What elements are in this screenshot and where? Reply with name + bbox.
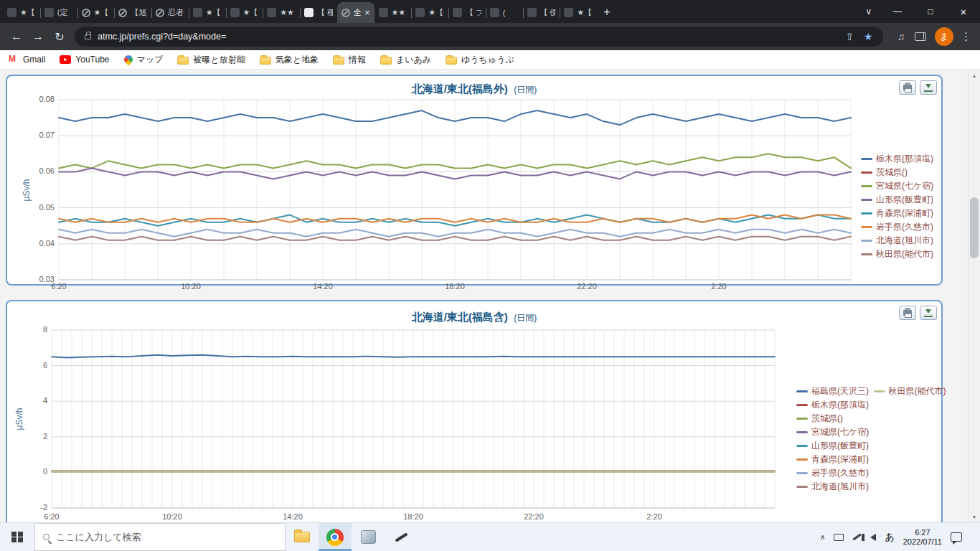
tab-favicon-dark-icon: [527, 8, 537, 17]
page-scrollbar[interactable]: ▲ ▼: [968, 70, 980, 522]
tab[interactable]: 忍者=: [151, 2, 189, 23]
reload-icon[interactable]: ↻: [49, 26, 70, 47]
tab-search-icon[interactable]: ∨: [857, 6, 881, 17]
legend-item[interactable]: 栃木県(那須塩): [796, 398, 870, 412]
url-text[interactable]: atmc.jp/prefs.cgi?d=day&mode=: [98, 32, 835, 42]
legend-label: 青森県(深浦町): [876, 207, 933, 220]
bookmark-item[interactable]: YouTube: [60, 55, 109, 65]
tab[interactable]: (: [486, 2, 523, 23]
legend-item[interactable]: 秋田県(能代市): [861, 248, 933, 261]
tab[interactable]: ★【: [3, 2, 40, 23]
taskbar-clock[interactable]: 6:27 2022/07/11: [903, 528, 942, 547]
tab[interactable]: (定: [40, 2, 77, 23]
bookmark-item[interactable]: 気象と地象: [260, 54, 319, 66]
tab[interactable]: ★【: [77, 2, 115, 23]
tab[interactable]: 【 種: [300, 2, 337, 23]
bookmark-item[interactable]: 情報: [333, 54, 366, 66]
legend-item[interactable]: 栃木県(那須塩): [861, 152, 933, 166]
back-icon[interactable]: ←: [6, 26, 27, 47]
print-button[interactable]: [899, 80, 916, 95]
legend-marker: [796, 445, 808, 447]
tab[interactable]: 【 便: [523, 2, 560, 23]
maps-icon: [122, 54, 134, 66]
chart-2-buttons: [899, 306, 937, 320]
side-panel-icon[interactable]: [915, 32, 926, 41]
legend-item[interactable]: 秋田県(能代市): [874, 385, 947, 398]
download-button[interactable]: [920, 306, 937, 320]
taskbar-explorer-button[interactable]: [286, 523, 319, 551]
legend-item[interactable]: 岩手県(久慈市): [796, 466, 870, 480]
tab-favicon-circle-icon: [341, 9, 350, 17]
x-tick-label: 2:20: [646, 512, 661, 521]
legend-item[interactable]: 岩手県(久慈市): [861, 220, 933, 234]
legend-item[interactable]: 山形県(飯豊町): [861, 193, 933, 207]
window-minimize-button[interactable]: —: [881, 0, 914, 23]
tab[interactable]: ★【: [560, 2, 597, 23]
legend-item[interactable]: 北海道(旭川市): [796, 480, 870, 494]
profile-avatar[interactable]: ま: [935, 27, 953, 46]
legend-item[interactable]: 福島県(天沢三): [796, 385, 870, 398]
legend-item[interactable]: 山形県(飯豊町): [796, 439, 870, 453]
tab[interactable]: ★【: [189, 2, 226, 23]
bookmark-item[interactable]: ゆうちゅうぶ: [446, 54, 514, 66]
bookmark-item[interactable]: マップ: [124, 54, 164, 66]
taskbar-app-button-3[interactable]: [352, 523, 385, 551]
taskbar-chrome-button[interactable]: [319, 523, 352, 551]
taskbar-search-input[interactable]: ここに入力して検索: [34, 523, 286, 551]
tab-favicon-dark-icon: [379, 8, 388, 17]
forward-icon[interactable]: →: [27, 26, 49, 47]
tab[interactable]: 【 フ: [448, 2, 486, 23]
legend-item[interactable]: 青森県(深浦町): [796, 453, 870, 466]
legend-item[interactable]: 北海道(旭川市): [861, 234, 933, 248]
window-close-button[interactable]: ×: [947, 0, 980, 23]
bookmark-item[interactable]: 被曝と放射能: [177, 54, 245, 66]
tab[interactable]: ★★【: [374, 2, 412, 23]
search-icon: [43, 534, 50, 540]
tray-display-icon[interactable]: [834, 534, 844, 541]
menu-icon[interactable]: ⋮: [961, 30, 971, 43]
start-button[interactable]: [0, 523, 34, 551]
tab[interactable]: ★【≡: [411, 2, 448, 23]
print-button[interactable]: [899, 306, 916, 320]
x-tick-label: 22:20: [524, 512, 544, 521]
scrollbar-down-arrow[interactable]: ▼: [969, 511, 980, 522]
new-tab-button[interactable]: +: [597, 2, 617, 22]
hidden-icons-chevron[interactable]: ∧: [820, 533, 825, 541]
taskbar-app-button-4[interactable]: [385, 523, 418, 551]
share-icon[interactable]: ⇧: [845, 31, 854, 42]
tray-pen-icon[interactable]: [853, 534, 862, 541]
download-button[interactable]: [920, 80, 937, 95]
action-center-icon[interactable]: [951, 532, 962, 542]
legend-item[interactable]: 宮城県(七ケ宿): [796, 425, 870, 439]
folder-icon: [446, 57, 457, 65]
bookmarks-bar: GmailYouTubeマップ被曝と放射能気象と地象情報まいあみゆうちゅうぶ: [0, 50, 980, 70]
chart-panel-1: 北海道/東北(福島外) (日間) μSv/h 0.080.070.060.050…: [6, 75, 943, 286]
tab[interactable]: 【旭]: [114, 2, 151, 23]
scrollbar-up-arrow[interactable]: ▲: [969, 70, 980, 81]
chart-subtitle-text: (日間): [514, 85, 537, 95]
x-tick-label: 6:20: [44, 512, 59, 521]
legend-label: 北海道(旭川市): [811, 481, 869, 493]
legend-item[interactable]: 青森県(深浦町): [861, 207, 933, 220]
tab-close-icon[interactable]: ×: [364, 8, 370, 17]
lock-icon[interactable]: [85, 34, 91, 39]
address-bar[interactable]: atmc.jp/prefs.cgi?d=day&mode= ⇧ ★: [75, 27, 883, 47]
tab-favicon-dark-icon: [44, 8, 54, 17]
chrome-icon: [326, 529, 344, 546]
scrollbar-thumb[interactable]: [970, 197, 979, 258]
bookmark-item[interactable]: Gmail: [9, 55, 45, 65]
window-maximize-button[interactable]: □: [914, 0, 947, 23]
legend-item[interactable]: 宮城県(七ケ宿): [861, 179, 933, 193]
legend-item[interactable]: 茨城県(): [796, 412, 870, 425]
bookmark-star-icon[interactable]: ★: [864, 31, 873, 42]
media-controls-icon[interactable]: ♫: [897, 31, 905, 42]
tab[interactable]: 全×: [337, 2, 374, 23]
ime-indicator[interactable]: あ: [885, 531, 894, 544]
tab[interactable]: ★★: [263, 2, 300, 23]
chart-1-title: 北海道/東北(福島外) (日間): [7, 83, 941, 96]
bookmark-label: マップ: [137, 54, 164, 66]
legend-item[interactable]: 茨城県(): [861, 166, 933, 179]
tab[interactable]: ★【: [226, 2, 263, 23]
tray-volume-icon[interactable]: [870, 534, 876, 541]
bookmark-item[interactable]: まいあみ: [380, 54, 431, 66]
